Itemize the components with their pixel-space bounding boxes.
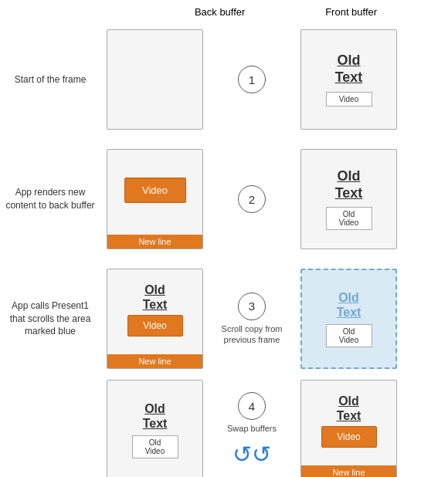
row4-back-small-video: OldVideo xyxy=(132,435,178,458)
row4-front-old-text: OldText xyxy=(337,394,361,423)
row1-front-buffer: OldText Video xyxy=(300,29,397,130)
step-circle-2: 2 xyxy=(238,185,266,213)
front-buffer-header: Front buffer xyxy=(325,6,377,18)
row4-step: 4 Swap buffers ↺↺ xyxy=(209,392,294,467)
row3-front-old-text: OldText xyxy=(337,290,361,320)
row1-label: Start of the frame xyxy=(0,73,100,86)
row4-back-buffer: OldText OldVideo xyxy=(107,380,203,477)
row2-back-content: Video xyxy=(107,150,202,230)
row2-front-buffer: OldText OldVideo xyxy=(300,149,397,249)
row3-back-video: Video xyxy=(127,315,183,337)
row-app-renders: App renders new content to back buffer V… xyxy=(0,149,448,249)
row-swap: OldText OldVideo 4 Swap buffers ↺↺ OldTe… xyxy=(0,380,448,477)
row2-step: 2 xyxy=(209,185,294,213)
row3-back-old-text: OldText xyxy=(143,282,168,312)
row2-old-text: OldText xyxy=(335,168,363,201)
row1-step: 1 xyxy=(209,66,294,93)
back-buffer-header: Back buffer xyxy=(195,6,246,18)
row3-front-content: OldText OldVideo xyxy=(302,270,395,367)
row4-front-content: OldText Video xyxy=(301,381,396,461)
row3-front-buffer: OldText OldVideo xyxy=(300,269,397,369)
row1-old-text: OldText xyxy=(335,52,363,86)
row3-step-label: Scroll copy from previous frame xyxy=(209,323,294,346)
row3-step: 3 Scroll copy from previous frame xyxy=(209,293,294,346)
step-circle-4: 4 xyxy=(238,392,266,420)
row-start-of-frame: Start of the frame 1 OldText Video xyxy=(0,29,448,130)
row4-front-buffer: OldText Video New line xyxy=(300,380,397,477)
row3-front-small-video: OldVideo xyxy=(326,324,372,347)
row4-back-content: OldText OldVideo xyxy=(107,381,202,477)
row1-video-box: Video xyxy=(326,92,372,107)
row1-front-content: OldText Video xyxy=(301,30,396,129)
step-circle-1: 1 xyxy=(238,66,266,93)
row2-front-content: OldText OldVideo xyxy=(301,150,396,249)
header: Back buffer Front buffer xyxy=(0,0,448,21)
row4-newline-bar: New line xyxy=(301,465,396,477)
row4-step-label: Swap buffers xyxy=(227,423,277,434)
row3-back-content: OldText Video xyxy=(107,269,202,350)
row4-front-video: Video xyxy=(321,426,377,448)
row3-back-buffer: OldText Video New line xyxy=(107,269,203,369)
row1-back-buffer xyxy=(107,29,203,130)
row4-back-old-text: OldText xyxy=(143,401,168,431)
row2-small-video: OldVideo xyxy=(326,207,372,230)
row2-label: App renders new content to back buffer xyxy=(0,186,100,212)
row2-newline-bar: New line xyxy=(107,235,202,249)
row2-video-box: Video xyxy=(124,178,186,203)
row3-label: App calls Present1 that scrolls the area… xyxy=(0,299,100,338)
row3-newline-bar: New line xyxy=(107,354,202,368)
row2-back-buffer: Video New line xyxy=(107,149,203,249)
row-present1: App calls Present1 that scrolls the area… xyxy=(0,269,448,369)
step-circle-3: 3 xyxy=(238,293,266,320)
swap-icon: ↺↺ xyxy=(232,441,271,468)
